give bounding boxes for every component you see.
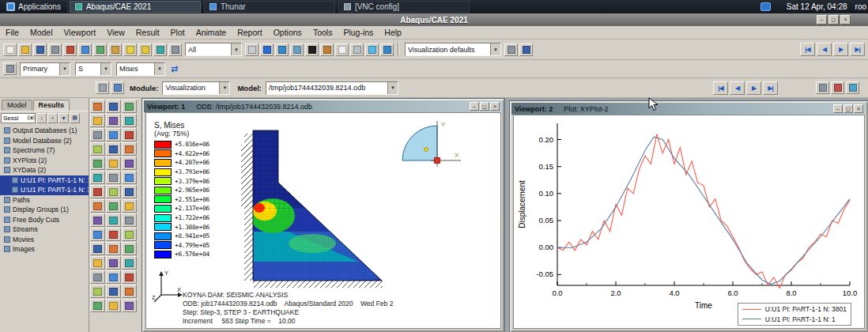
plot-orientations-icon[interactable] xyxy=(106,114,121,127)
tree-item[interactable]: Free Body Cuts xyxy=(0,215,89,225)
record-movie-icon[interactable] xyxy=(846,81,859,94)
next-frame-button[interactable]: ▶ xyxy=(833,43,848,56)
annotation-k-icon[interactable] xyxy=(305,43,319,56)
plot-deformed-icon[interactable] xyxy=(106,100,121,113)
viewport-layout-icon[interactable] xyxy=(96,81,109,94)
stress-linearization-icon[interactable] xyxy=(122,242,137,255)
field-position-combo[interactable]: Primary▼ xyxy=(20,62,70,76)
menu-result[interactable]: Result xyxy=(130,26,165,39)
last-frame-button[interactable]: ▶| xyxy=(850,43,865,56)
viewport-2-titlebar[interactable]: Viewport: 2 Plot: XYPlot-2 –◻× xyxy=(511,103,866,115)
tree-expand-all-icon[interactable]: + xyxy=(47,113,58,123)
magnify-view-icon[interactable] xyxy=(108,43,122,56)
display-group-boolean-icon[interactable] xyxy=(90,228,105,241)
tree-item[interactable]: U:U1 PI: PART-1-1 N: 1 xyxy=(0,175,89,186)
defaults-gear-icon[interactable] xyxy=(504,43,518,56)
stream-create-icon[interactable] xyxy=(90,171,105,184)
render-wireframe-icon[interactable] xyxy=(335,43,349,56)
probe-values-icon[interactable] xyxy=(106,242,121,255)
xy-options-icon[interactable] xyxy=(90,213,105,227)
plot-symbols-icon[interactable] xyxy=(90,114,105,127)
viewport-2-minimize-icon[interactable]: – xyxy=(833,104,843,113)
create-display-group-icon[interactable] xyxy=(63,43,77,56)
arrow-annotation-icon[interactable] xyxy=(90,285,105,298)
common-options-icon[interactable] xyxy=(90,128,105,141)
viewport-1-titlebar[interactable]: Viewport: 1 ODB: /tmp/job1744432039.8214… xyxy=(144,100,503,112)
viewport-2-maximize-icon[interactable]: ◻ xyxy=(843,104,853,113)
color-code-icon[interactable] xyxy=(106,228,121,241)
tree-item[interactable]: Streams xyxy=(0,224,89,235)
menu-options[interactable]: Options xyxy=(268,26,308,39)
taskbar-clock[interactable]: Sat 12 Apr, 04:28 xyxy=(779,2,855,11)
view-compass[interactable]: Y X xyxy=(396,119,462,175)
viewport-annotation-options-icon[interactable] xyxy=(106,299,121,312)
tree-item[interactable]: U:U1 PI: PART-1-1 N: 38 xyxy=(0,185,89,195)
create-xy-data-icon[interactable] xyxy=(122,199,137,213)
animate-harmonic-icon[interactable] xyxy=(106,185,121,198)
tree-item[interactable]: Spectrums (7) xyxy=(0,145,89,156)
app-titlebar[interactable]: Abaqus/CAE 2021 –◻× xyxy=(0,13,868,26)
viewport-2[interactable]: Viewport: 2 Plot: XYPlot-2 –◻× 0.200.150… xyxy=(510,101,868,332)
select-entities-icon[interactable] xyxy=(168,43,182,56)
tab-model[interactable]: Model xyxy=(2,100,32,111)
print-viewport-icon[interactable] xyxy=(816,81,829,94)
pan-view-icon[interactable] xyxy=(93,43,107,56)
odb-first-frame-button[interactable]: |◀ xyxy=(713,81,728,95)
viewport-new-icon[interactable] xyxy=(111,81,124,94)
tree-options-icon[interactable]: ▦ xyxy=(70,113,80,123)
tree-item[interactable]: Images xyxy=(0,244,89,255)
view-cut-manager-icon[interactable] xyxy=(106,157,121,170)
display-group-combo[interactable]: All ▼ xyxy=(185,43,242,56)
plot-state-icon[interactable] xyxy=(519,43,533,56)
orientation-options-icon[interactable] xyxy=(106,142,121,156)
animate-scale-factor-icon[interactable] xyxy=(122,171,137,184)
render-shaded-icon[interactable] xyxy=(365,43,379,56)
field-invariant-combo[interactable]: Mises▼ xyxy=(116,62,165,76)
session-combo[interactable]: Sessi ▼ xyxy=(1,113,36,123)
first-frame-button[interactable]: |◀ xyxy=(800,43,815,56)
path-manager-icon[interactable] xyxy=(90,242,105,255)
tree-item[interactable]: Model Database (2) xyxy=(0,136,89,146)
file-new-icon[interactable] xyxy=(3,43,17,56)
allow-multiple-states-icon[interactable] xyxy=(122,114,137,127)
sync-field-output-icon[interactable]: ⇄ xyxy=(171,64,178,74)
odb-previous-frame-button[interactable]: ◀ xyxy=(730,81,745,95)
tree-item[interactable]: XYData (2) xyxy=(0,165,89,175)
tree-item[interactable]: Output Databases (1) xyxy=(0,126,89,136)
viewport-2-close-icon[interactable]: × xyxy=(854,104,863,113)
field-output-icon[interactable] xyxy=(90,199,105,213)
plot-contours-icon[interactable] xyxy=(122,100,137,113)
result-options-icon[interactable] xyxy=(122,142,137,156)
hide-module-icon[interactable] xyxy=(290,43,304,56)
field-variable-combo[interactable]: S▼ xyxy=(75,62,111,76)
tick-mark-plot-icon[interactable] xyxy=(122,256,137,270)
annotation-manager-icon[interactable] xyxy=(106,270,121,284)
menu-plot[interactable]: Plot xyxy=(165,26,191,39)
query-ladder-icon[interactable] xyxy=(123,43,137,56)
module-combo[interactable]: Visualization ▼ xyxy=(162,81,230,95)
tree-item[interactable]: Paths xyxy=(0,195,89,206)
tree-item[interactable]: Display Groups (1) xyxy=(0,205,89,215)
capture-image-icon[interactable] xyxy=(831,81,844,94)
movie-options-icon[interactable] xyxy=(122,285,137,298)
menu-viewport[interactable]: Viewport xyxy=(58,26,102,39)
text-annotation-icon[interactable] xyxy=(122,270,137,284)
workspace-pager-icon[interactable] xyxy=(760,2,771,11)
replace-selected-icon[interactable] xyxy=(245,43,259,56)
free-body-cut-icon[interactable] xyxy=(122,157,137,170)
applications-menu[interactable]: Applications xyxy=(0,0,68,13)
viewport-2-canvas[interactable]: 0.200.150.100.050.00-0.050.02.04.06.08.0… xyxy=(513,115,865,329)
animation-options-icon[interactable] xyxy=(122,185,137,198)
create-path-icon[interactable] xyxy=(122,228,137,241)
menu-tools[interactable]: Tools xyxy=(308,26,338,39)
app-minimize-icon[interactable]: – xyxy=(817,15,827,25)
print-icon[interactable] xyxy=(48,43,62,56)
image-save-icon[interactable] xyxy=(90,299,105,312)
viewport-1-minimize-icon[interactable]: – xyxy=(470,102,479,111)
stream-options-icon[interactable] xyxy=(106,171,121,184)
show-module-icon[interactable] xyxy=(275,43,289,56)
taskbar-window-abaqus-cae-2021[interactable]: Abaqus/CAE 2021 xyxy=(70,1,201,13)
viewport-1[interactable]: Viewport: 1 ODB: /tmp/job1744432039.8214… xyxy=(142,99,504,332)
tab-results[interactable]: Results xyxy=(33,100,70,111)
taskbar-window--vnc-config-[interactable]: [VNC config] xyxy=(338,1,470,13)
